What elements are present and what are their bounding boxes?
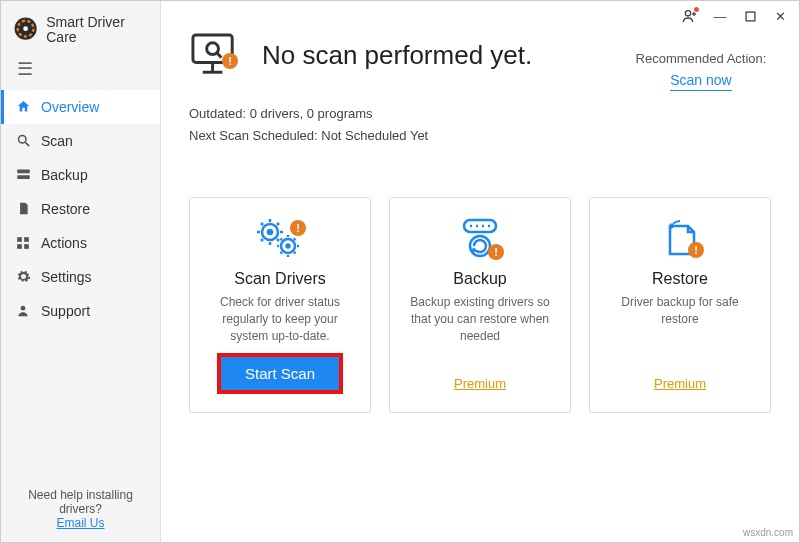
backup-card-icon: !: [450, 216, 510, 262]
header-row: ! No scan performed yet. Recommended Act…: [189, 31, 771, 91]
card-title: Scan Drivers: [234, 270, 326, 288]
home-icon: [15, 99, 31, 114]
start-scan-button[interactable]: Start Scan: [219, 355, 341, 392]
svg-point-11: [21, 306, 26, 311]
svg-point-12: [685, 11, 690, 16]
scan-stats: Outdated: 0 drivers, 0 programs Next Sca…: [189, 103, 771, 147]
card-backup: ! Backup Backup existing drivers so that…: [389, 197, 571, 412]
svg-rect-7: [17, 237, 22, 242]
alert-badge-icon: !: [222, 53, 238, 69]
svg-rect-5: [17, 170, 30, 174]
svg-rect-15: [746, 12, 755, 21]
cards-row: ! Scan Drivers Check for driver status r…: [189, 197, 771, 412]
grid-icon: [15, 236, 31, 250]
svg-rect-6: [17, 175, 30, 179]
nav-label: Actions: [41, 235, 87, 251]
gear-icon: [15, 269, 31, 284]
premium-link[interactable]: Premium: [454, 376, 506, 391]
nav-label: Backup: [41, 167, 88, 183]
nav-label: Overview: [41, 99, 99, 115]
sidebar-item-settings[interactable]: Settings: [1, 260, 160, 294]
watermark: wsxdn.com: [743, 527, 793, 538]
notification-dot-icon: [694, 7, 699, 12]
header-left: ! No scan performed yet.: [189, 31, 611, 79]
backup-icon: [15, 168, 31, 181]
svg-point-2: [23, 27, 28, 32]
svg-point-22: [268, 230, 272, 234]
nav: Overview Scan Backup Restore Actions Set…: [1, 90, 160, 328]
footer-text: drivers?: [13, 502, 148, 516]
nav-label: Support: [41, 303, 90, 319]
sidebar-item-overview[interactable]: Overview: [1, 90, 160, 124]
maximize-button[interactable]: [735, 2, 765, 30]
svg-line-18: [216, 53, 221, 58]
scan-drivers-icon: !: [250, 216, 310, 262]
card-restore: ! Restore Driver backup for safe restore…: [589, 197, 771, 412]
nav-label: Scan: [41, 133, 73, 149]
restore-icon: [15, 201, 31, 216]
sidebar-item-backup[interactable]: Backup: [1, 158, 160, 192]
recommend-label: Recommended Action:: [631, 51, 771, 66]
titlebar: — ✕: [161, 1, 799, 31]
svg-point-3: [18, 136, 26, 144]
recommended-action: Recommended Action: Scan now: [631, 31, 771, 91]
monitor-alert-icon: !: [189, 31, 244, 79]
card-scan-drivers: ! Scan Drivers Check for driver status r…: [189, 197, 371, 412]
sidebar-item-support[interactable]: Support: [1, 294, 160, 328]
account-icon[interactable]: [675, 2, 705, 30]
svg-line-4: [25, 143, 29, 147]
restore-card-icon: !: [650, 216, 710, 262]
main: — ✕ ! No scan performed yet. Recommended…: [161, 1, 799, 542]
card-desc: Driver backup for safe restore: [602, 294, 758, 363]
svg-rect-8: [24, 237, 29, 242]
minimize-button[interactable]: —: [705, 2, 735, 30]
sidebar-footer: Need help installing drivers? Email Us: [1, 476, 160, 542]
app-window: Smart Driver Care ☰ Overview Scan Backup…: [0, 0, 800, 543]
app-logo-icon: [13, 16, 38, 44]
content: ! No scan performed yet. Recommended Act…: [161, 31, 799, 542]
footer-text: Need help installing: [13, 488, 148, 502]
card-desc: Backup existing drivers so that you can …: [402, 294, 558, 363]
svg-point-24: [287, 245, 290, 248]
close-button[interactable]: ✕: [765, 2, 795, 30]
sidebar-item-actions[interactable]: Actions: [1, 226, 160, 260]
nav-label: Settings: [41, 269, 92, 285]
brand-title: Smart Driver Care: [46, 15, 148, 46]
menu-toggle-icon[interactable]: ☰: [1, 58, 160, 90]
sidebar-item-scan[interactable]: Scan: [1, 124, 160, 158]
sidebar: Smart Driver Care ☰ Overview Scan Backup…: [1, 1, 161, 542]
person-icon: [15, 303, 31, 318]
outdated-line: Outdated: 0 drivers, 0 programs: [189, 103, 771, 125]
svg-rect-25: [464, 220, 496, 232]
nav-label: Restore: [41, 201, 90, 217]
svg-rect-9: [17, 244, 22, 249]
scan-now-link[interactable]: Scan now: [670, 72, 731, 91]
card-title: Backup: [453, 270, 506, 288]
premium-link[interactable]: Premium: [654, 376, 706, 391]
next-scan-line: Next Scan Scheduled: Not Scheduled Yet: [189, 125, 771, 147]
brand: Smart Driver Care: [1, 1, 160, 58]
search-icon: [15, 133, 31, 148]
sidebar-item-restore[interactable]: Restore: [1, 192, 160, 226]
card-title: Restore: [652, 270, 708, 288]
page-title: No scan performed yet.: [262, 40, 532, 71]
email-us-link[interactable]: Email Us: [56, 516, 104, 530]
svg-rect-10: [24, 244, 29, 249]
card-desc: Check for driver status regularly to kee…: [202, 294, 358, 344]
